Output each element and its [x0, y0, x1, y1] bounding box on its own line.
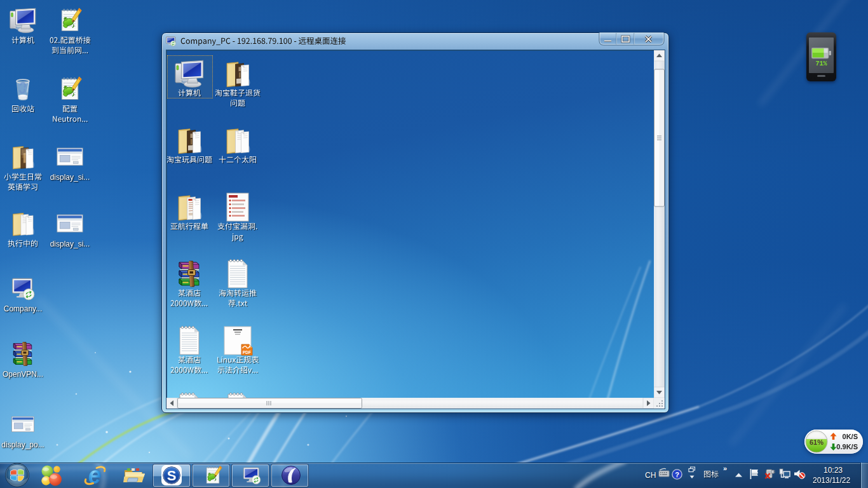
svg-text:?: ? [675, 471, 679, 478]
svg-text:61%: 61% [810, 438, 824, 446]
svg-text:S: S [167, 468, 177, 484]
